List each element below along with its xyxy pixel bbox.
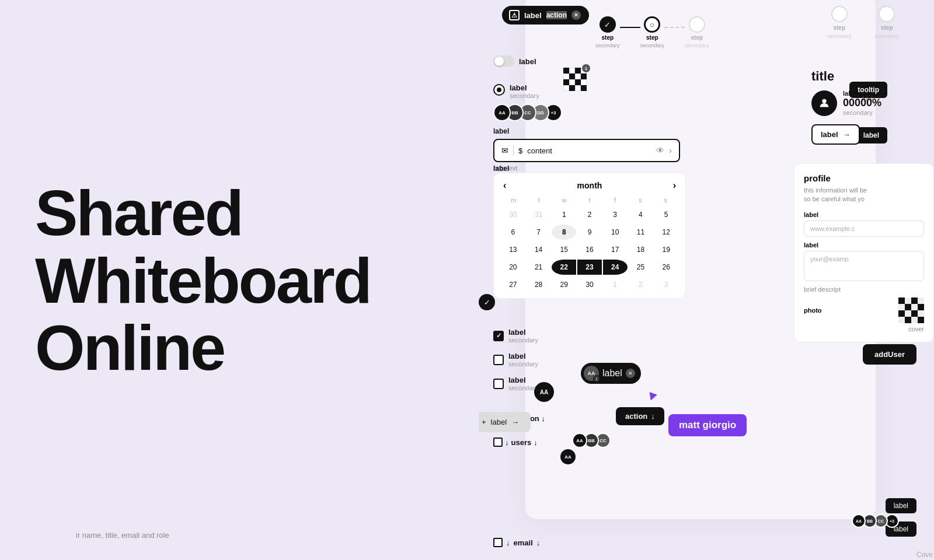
cal-day-15[interactable]: 15 (552, 242, 576, 257)
cal-day-2[interactable]: 2 (577, 207, 602, 222)
cal-day-23-sel[interactable]: 23 (577, 260, 602, 275)
cal-day-7[interactable]: 7 (527, 225, 551, 240)
cover-label: cover (804, 326, 924, 332)
help-text: help text (493, 164, 680, 172)
avatar-badge-area: AA 1 label ✕ (581, 363, 641, 384)
checkbox-label-2: label secondary (508, 352, 538, 368)
cal-day-30[interactable]: 30 (501, 207, 525, 222)
cal-day-4[interactable]: 4 (629, 207, 653, 222)
input-wrapper[interactable]: ✉ $ content 👁 › (493, 139, 680, 162)
cal-day-9[interactable]: 9 (577, 225, 602, 240)
pattern-badge: 1 (582, 64, 590, 72)
cal-day-2b[interactable]: 2 (629, 277, 653, 292)
cal-day-31[interactable]: 31 (527, 207, 551, 222)
link-btn-label: label (821, 130, 838, 139)
form-field-1: label www.example.c (804, 211, 924, 237)
cal-day-17[interactable]: 17 (603, 242, 628, 257)
av-fr-aa: AA (852, 514, 866, 528)
av-badge-close[interactable]: ✕ (626, 369, 635, 378)
radio-secondary: secondary (510, 92, 539, 99)
step3-sub: secondary (685, 43, 709, 48)
cal-day-14[interactable]: 14 (527, 242, 551, 257)
step-line-2 (664, 27, 685, 28)
link-button[interactable]: label → (811, 124, 860, 145)
cal-day-30b[interactable]: 30 (577, 277, 602, 292)
toggle-label: label (519, 57, 536, 66)
cal-day-3[interactable]: 3 (603, 207, 628, 222)
cal-day-21[interactable]: 21 (527, 260, 551, 275)
cb1-secondary: secondary (508, 337, 538, 344)
radio-button[interactable] (493, 84, 505, 96)
cal-day-10[interactable]: 10 (603, 225, 628, 240)
cb-email[interactable] (493, 538, 503, 547)
email-down2: ↓ (536, 538, 541, 547)
cal-day-18[interactable]: 18 (629, 242, 653, 257)
cal-day-19[interactable]: 19 (654, 242, 678, 257)
cal-day-3b[interactable]: 3 (654, 277, 678, 292)
cal-top-label: label (493, 164, 509, 173)
field1-input[interactable]: www.example.c (804, 220, 924, 237)
email-icon: ✉ (501, 146, 508, 155)
cal-day-1b[interactable]: 1 (603, 277, 628, 292)
cal-day-25[interactable]: 25 (629, 260, 653, 275)
eye-icon[interactable]: 👁 (656, 146, 664, 155)
chip-label: label (524, 11, 542, 20)
action-dropdown-btn[interactable]: action ↓ (616, 407, 664, 425)
cal-day-20[interactable]: 20 (501, 260, 525, 275)
hero-section: Shared Whiteboard Online (35, 179, 473, 382)
stepper-step-2: ○ step secondary (640, 16, 665, 48)
cal-day-5[interactable]: 5 (654, 207, 678, 222)
cal-day-27[interactable]: 27 (501, 277, 525, 292)
checkbox-row-2: label secondary (493, 352, 538, 368)
cal-day-1[interactable]: 1 (552, 207, 576, 222)
hero-title: Shared Whiteboard Online (35, 179, 473, 382)
cal-day-28[interactable]: 28 (527, 277, 551, 292)
cal-day-11[interactable]: 11 (629, 225, 653, 240)
cal-day-12[interactable]: 12 (654, 225, 678, 240)
hero-line2: Whiteboard Online (35, 244, 371, 383)
cal-day-8-today[interactable]: 8 (552, 225, 576, 240)
bottom-right-label-1: label (886, 498, 916, 513)
cal-prev-btn[interactable]: ‹ (503, 180, 506, 191)
cal-row-1: 30 31 1 2 3 4 5 (494, 206, 685, 223)
cal-day-16[interactable]: 16 (577, 242, 602, 257)
checkbox-3[interactable] (493, 379, 504, 389)
chip-close[interactable]: ✕ (571, 10, 581, 20)
photo-label: photo (804, 307, 822, 314)
add-user-button[interactable]: addUser (863, 344, 916, 365)
cal-day-29[interactable]: 29 (552, 277, 576, 292)
av-aa: AA (493, 104, 511, 121)
cal-next-btn[interactable]: › (673, 180, 676, 191)
checkbox-1[interactable]: ✓ (493, 331, 504, 341)
field2-input[interactable]: your@examp (804, 251, 924, 281)
step-circle-inactive1 (831, 6, 848, 22)
action-chip[interactable]: ⚠ label action ✕ (502, 6, 589, 24)
user-icon (818, 97, 831, 110)
radio-row: label secondary (493, 83, 539, 99)
stat-text: label 00000% secondary (843, 90, 881, 116)
av-badge-num: 1 (593, 375, 600, 382)
action-label: action (625, 412, 647, 421)
input-divider (513, 145, 514, 156)
step2-circle: ○ (644, 16, 660, 33)
checkbox-row-3: label secondary (493, 376, 538, 391)
cal-day-24-sel[interactable]: 24 (603, 260, 628, 275)
label-bottom-btn[interactable]: + label → (479, 412, 531, 432)
cal-day-6[interactable]: 6 (501, 225, 525, 240)
cal-days-header: m t w t f s s (494, 194, 685, 206)
cal-day-13[interactable]: 13 (501, 242, 525, 257)
step-label-1: step (833, 24, 845, 31)
cb2-secondary: secondary (508, 360, 538, 368)
cb-users[interactable] (493, 438, 503, 447)
checkbox-2[interactable] (493, 355, 504, 365)
stat-label: label (843, 90, 881, 97)
cal-day-26[interactable]: 26 (654, 260, 678, 275)
cal-day-22-sel[interactable]: 22 (552, 260, 576, 275)
label-btn-plus: + (482, 418, 486, 426)
toggle-switch[interactable] (493, 55, 514, 67)
radio-label-row: label secondary (493, 83, 539, 99)
toggle-knob (494, 57, 504, 66)
toggle-row: label (493, 55, 536, 67)
input-content-text: content (527, 146, 651, 155)
stat-row: label 00000% secondary (811, 90, 928, 116)
